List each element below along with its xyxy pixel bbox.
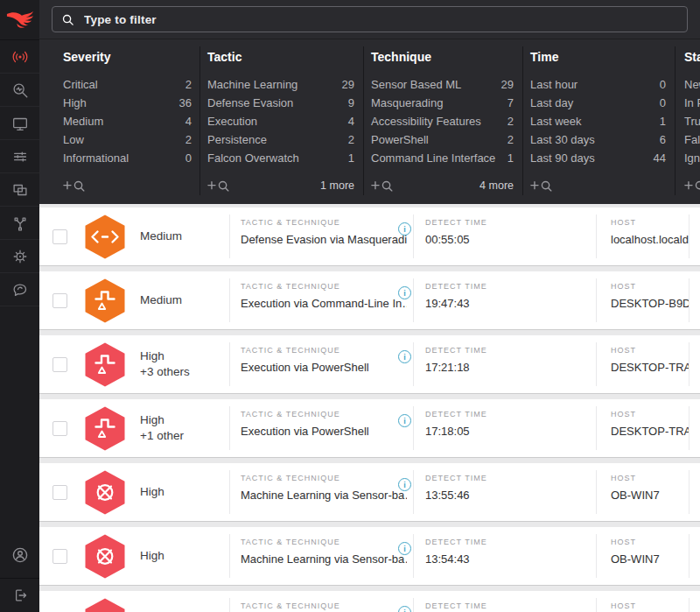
- facet-item[interactable]: Medium 4: [63, 112, 192, 130]
- facet-item[interactable]: Last day 0: [530, 94, 666, 112]
- detect-time-value: 00:55:05: [425, 233, 487, 246]
- facet-item-label: Last hour: [530, 75, 578, 94]
- crowdstrike-logo[interactable]: [0, 0, 39, 40]
- investigate-search-icon: [10, 81, 30, 100]
- severity-hexagon-icon[interactable]: [85, 215, 125, 259]
- severity-label: High: [140, 412, 184, 428]
- info-icon[interactable]: i: [398, 286, 411, 299]
- detect-time-cell: DETECT TIME 13:55:46: [425, 474, 487, 502]
- more-filters-link[interactable]: 4 more: [480, 179, 514, 192]
- severity-hexagon-icon[interactable]: [85, 470, 125, 515]
- facet-items: Sensor Based ML 29 Masquerading 7 Access…: [371, 75, 514, 167]
- detect-time-value: 13:54:43: [425, 552, 487, 566]
- host-cell: HOST DESKTOP-TRAUTS: [611, 410, 689, 438]
- severity-hexagon-icon[interactable]: [85, 342, 125, 387]
- table-row[interactable]: Medium TACTIC & TECHNIQUE Execution via …: [39, 271, 700, 329]
- facet-item-label: Last 30 days: [530, 130, 595, 149]
- row-checkbox[interactable]: [52, 229, 67, 244]
- add-filter-button[interactable]: [371, 179, 395, 193]
- facet-item[interactable]: True Positive: [684, 112, 700, 130]
- info-icon[interactable]: i: [398, 414, 411, 427]
- facet-item-label: Critical: [63, 75, 98, 94]
- sidebar-item-intelligence[interactable]: [0, 240, 39, 273]
- info-icon[interactable]: i: [398, 222, 411, 236]
- severity-hexagon-icon[interactable]: [85, 598, 125, 612]
- column-divider: [413, 342, 414, 386]
- table-row[interactable]: Medium TACTIC & TECHNIQUE Defense Evasio…: [39, 208, 700, 265]
- sidebar-item-sign-out[interactable]: [0, 579, 39, 612]
- facet-item[interactable]: Last week 1: [530, 112, 666, 130]
- table-row[interactable]: High +1 other TACTIC & TECHNIQUE Executi…: [39, 399, 700, 457]
- tactic-column-label: TACTIC & TECHNIQUE: [241, 218, 407, 227]
- row-checkbox[interactable]: [52, 485, 67, 500]
- host-cell: HOST OB-WIN7: [611, 538, 689, 566]
- facet-item[interactable]: Persistence 2: [207, 130, 354, 149]
- sidebar-item-dashboards[interactable]: [0, 173, 39, 207]
- tactic-cell: TACTIC & TECHNIQUE Execution via PowerSh…: [241, 346, 407, 374]
- column-divider: [689, 406, 690, 450]
- facet-item[interactable]: Sensor Based ML 29: [371, 75, 514, 94]
- add-filter-button[interactable]: [63, 179, 87, 193]
- add-filter-button[interactable]: [207, 179, 231, 193]
- sidebar-item-configuration[interactable]: [0, 140, 39, 173]
- table-row[interactable]: High +3 others TACTIC & TECHNIQUE Execut…: [39, 335, 700, 393]
- facet-item[interactable]: Last 90 days 44: [530, 149, 666, 167]
- row-checkbox[interactable]: [52, 357, 67, 372]
- facet-title: Tactic: [207, 39, 354, 64]
- sidebar-item-profile[interactable]: [0, 532, 39, 579]
- column-divider: [689, 342, 690, 386]
- facet-item[interactable]: Defense Evasion 9: [207, 94, 354, 112]
- table-row[interactable]: High TACTIC & TECHNIQUE Machine Learning…: [39, 527, 700, 585]
- severity-hexagon-icon[interactable]: [85, 534, 125, 579]
- severity-hexagon-icon[interactable]: [85, 406, 125, 451]
- facet-item[interactable]: Accessibility Features 2: [371, 112, 514, 130]
- facet-item[interactable]: New: [684, 75, 700, 94]
- column-divider: [229, 598, 230, 612]
- falcon-bird-icon: [6, 8, 34, 32]
- facet-item[interactable]: Falcon Overwatch 1: [207, 149, 354, 167]
- facet-item-label: Command Line Interface: [371, 149, 495, 167]
- sidebar-item-activity[interactable]: [0, 40, 39, 74]
- chat-bubble-icon: [10, 280, 30, 299]
- sidebar-item-support[interactable]: [0, 273, 39, 306]
- table-row[interactable]: TACTIC & TECHNIQUE i DETECT TIME HOST: [39, 591, 700, 612]
- table-row[interactable]: High TACTIC & TECHNIQUE Machine Learning…: [39, 463, 700, 521]
- row-checkbox[interactable]: [52, 549, 67, 564]
- facet-item[interactable]: Informational 0: [63, 149, 192, 167]
- add-filter-button[interactable]: [684, 179, 700, 193]
- row-checkbox[interactable]: [52, 421, 67, 436]
- facet-filter-panel: Severity Critical 2 High 36 Medium 4 Low…: [39, 39, 700, 204]
- info-icon[interactable]: i: [398, 478, 411, 491]
- row-checkbox[interactable]: [52, 293, 67, 308]
- facet-divider: [675, 46, 676, 195]
- more-filters-link[interactable]: 1 more: [320, 179, 354, 192]
- facet-item[interactable]: Low 2: [63, 130, 192, 149]
- facet-item[interactable]: Last hour 0: [530, 75, 666, 94]
- info-icon[interactable]: i: [398, 542, 411, 555]
- sidebar-item-hosts[interactable]: [0, 107, 39, 140]
- add-filter-button[interactable]: [530, 179, 554, 193]
- facet-item[interactable]: Last 30 days 6: [530, 130, 666, 149]
- column-divider: [689, 470, 690, 514]
- sidebar-item-investigate[interactable]: [0, 74, 39, 107]
- host-column-label: HOST: [611, 538, 689, 546]
- facet-item[interactable]: Machine Learning 29: [207, 75, 354, 94]
- search-input[interactable]: [82, 12, 678, 27]
- facet-item[interactable]: Command Line Interface 1: [371, 149, 514, 167]
- info-icon[interactable]: i: [398, 350, 411, 363]
- sidebar-item-graph[interactable]: [0, 207, 39, 240]
- severity-hexagon-icon[interactable]: [85, 278, 125, 323]
- facet-item[interactable]: Masquerading 7: [371, 94, 514, 112]
- info-icon[interactable]: i: [398, 606, 411, 612]
- facet-item[interactable]: Execution 4: [207, 112, 354, 130]
- tactic-value: Machine Learning via Sensor-ba…: [241, 489, 407, 502]
- facet-item[interactable]: Critical 2: [63, 75, 192, 94]
- facet-item[interactable]: PowerShell 2: [371, 130, 514, 149]
- facet-item[interactable]: False Positive: [684, 130, 700, 149]
- facet-item[interactable]: In Progress: [684, 94, 700, 112]
- facet-item[interactable]: Ignored: [684, 149, 700, 167]
- tactic-cell: TACTIC & TECHNIQUE Machine Learning via …: [241, 474, 407, 502]
- tactic-column-label: TACTIC & TECHNIQUE: [241, 346, 407, 355]
- facet-item[interactable]: High 36: [63, 94, 192, 112]
- filter-search-box[interactable]: [52, 6, 688, 32]
